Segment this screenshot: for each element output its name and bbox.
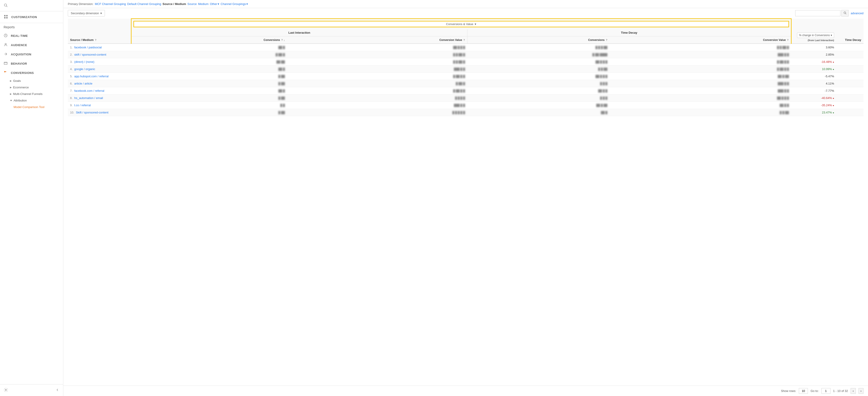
dim-mcf-channel-grouping[interactable]: MCF Channel Grouping [95, 2, 126, 6]
source-link[interactable]: (direct) / (none) [74, 60, 94, 63]
person-icon [4, 43, 8, 48]
svg-rect-9 [4, 62, 7, 65]
dim-default-channel-grouping[interactable]: Default Channel Grouping [127, 2, 161, 6]
secondary-dimension-button[interactable]: Secondary dimension ▾ [68, 10, 105, 17]
th-last-conv-value: Conversion Value ? [287, 36, 467, 44]
dim-channel-groupings-label[interactable]: Channel Groupings [221, 2, 246, 6]
sidebar-item-conversions[interactable]: CONVERSIONS [0, 68, 63, 78]
cell-td-val: ██ █ ██ [610, 73, 791, 80]
cell-source: 1. facebook / paidsocial [68, 43, 131, 51]
dim-other-dropdown[interactable]: Other ▾ [210, 2, 219, 6]
source-link[interactable]: google / organic [74, 67, 95, 71]
th-time-decay-right: Time Decay [836, 19, 864, 44]
cell-last-val: █ ██ █ █ [287, 87, 467, 94]
gear-icon[interactable] [4, 388, 8, 393]
svg-rect-3 [6, 15, 8, 17]
cell-last-val: █ █ █ █ █ [287, 109, 467, 116]
question-mark-icon-2: ? [281, 39, 283, 41]
acquisition-icon [4, 52, 8, 57]
cell-td-val: █ ██ █ █ [610, 65, 791, 73]
chevron-down-icon-5: ▾ [831, 34, 832, 37]
cell-td-val: ██ █ █ █ [610, 94, 791, 102]
cell-last-val: █ ██ █ █ [287, 73, 467, 80]
cell-td-conv: █ █ █ [467, 94, 610, 102]
search-input[interactable] [10, 4, 59, 7]
go-to-label: Go to: [811, 389, 818, 393]
table-row: 5. app.hubspot.com / referral █ ██ █ ██ … [68, 73, 864, 80]
controls-row: Secondary dimension ▾ advanced [63, 8, 868, 18]
cell-td-right [836, 73, 864, 80]
go-to-input[interactable] [822, 388, 831, 394]
source-link[interactable]: Skift / sponsored-content [76, 111, 108, 114]
source-link[interactable]: app.hubspot.com / referral [74, 74, 108, 78]
dim-medium[interactable]: Medium [198, 2, 209, 6]
cell-source: 8. hs_automation / email [68, 94, 131, 102]
source-link[interactable]: hs_automation / email [74, 96, 103, 100]
cell-change: 3.60% [791, 43, 836, 51]
sidebar-item-goals[interactable]: ▶ Goals [0, 78, 63, 84]
cell-last-conv: ██ █ [131, 43, 287, 51]
collapse-icon[interactable] [55, 388, 59, 393]
cell-td-right [836, 65, 864, 73]
cell-change: -5.47% [791, 73, 836, 80]
source-link[interactable]: skift / sponsored-content [74, 53, 106, 56]
secondary-dim-label: Secondary dimension [71, 11, 99, 15]
cell-last-conv: ██ █ [131, 87, 287, 94]
cell-td-conv: ██ █ █ █ [467, 73, 610, 80]
conv-value-dropdown[interactable]: Conversions & Value ▾ [133, 21, 789, 27]
advanced-link[interactable]: advanced [851, 11, 864, 15]
attribution-label: Attribution [13, 99, 27, 102]
sidebar-item-realtime[interactable]: REAL-TIME [0, 31, 63, 40]
sidebar-footer [0, 384, 63, 396]
cell-td-val: █ █ ██ [610, 109, 791, 116]
sidebar-item-model-comparison[interactable]: Model Comparison Tool [0, 104, 63, 110]
cell-source: 3. (direct) / (none) [68, 58, 131, 65]
source-link[interactable]: facebook / paidsocial [74, 45, 101, 49]
cell-td-conv: █ ██ ████ [467, 51, 610, 58]
cell-last-conv: █ █ [131, 102, 287, 109]
th-change-conversions: % change in Conversions ▾ (from Last Int… [791, 19, 836, 44]
multi-channel-label: Multi-Channel Funnels [13, 92, 42, 96]
cell-td-val: ██ █ █ [610, 102, 791, 109]
cell-td-val: ███ █ █ [610, 51, 791, 58]
svg-rect-2 [4, 15, 6, 17]
sidebar-item-multi-channel[interactable]: ▶ Multi-Channel Funnels [0, 91, 63, 97]
show-rows-input[interactable] [799, 388, 808, 394]
cell-source: 5. app.hubspot.com / referral [68, 73, 131, 80]
svg-line-13 [845, 13, 846, 14]
dim-source-medium[interactable]: Source / Medium [162, 2, 186, 6]
table-search-button[interactable] [841, 10, 848, 17]
next-page-button[interactable]: › [859, 388, 864, 394]
svg-point-12 [844, 12, 846, 13]
cell-change: 2.85% [791, 51, 836, 58]
sidebar-item-acquisition[interactable]: ACQUISITION [0, 50, 63, 59]
cell-change: 10.99% ● [791, 65, 836, 73]
sidebar-item-audience[interactable]: AUDIENCE [0, 40, 63, 50]
cell-td-val: ███ █ █ [610, 80, 791, 87]
sidebar-item-attribution[interactable]: ▼ Attribution [0, 97, 63, 104]
dim-source[interactable]: Source [187, 2, 197, 6]
sidebar-item-behavior[interactable]: BEHAVIOR [0, 59, 63, 68]
cell-td-right [836, 80, 864, 87]
cell-last-conv: █ ██ [131, 80, 287, 87]
source-link[interactable]: t.co / referral [74, 103, 91, 107]
prev-page-button[interactable]: ‹ [850, 388, 856, 394]
customization-section[interactable]: CUSTOMIZATION [0, 11, 63, 23]
change-dropdown[interactable]: % change in Conversions ▾ [797, 33, 834, 38]
cell-change: -7.77% [791, 87, 836, 94]
cell-last-val: █ █ ██ █ [287, 51, 467, 58]
source-link[interactable]: facebook.com / referral [74, 89, 104, 92]
sort-arrow-icon[interactable]: ↓ [284, 39, 285, 41]
cell-td-conv: █ █ █ ██ [467, 43, 610, 51]
cell-change: 4.11% [791, 80, 836, 87]
cell-td-val: █ █ ██ █ [610, 43, 791, 51]
triangle-icon: ▶ [10, 80, 12, 82]
cell-change: 23.47% ● [791, 109, 836, 116]
source-link[interactable]: article / article [74, 82, 92, 85]
table-search-input[interactable] [795, 10, 840, 16]
dim-channel-groupings-dropdown[interactable]: Channel Groupings ▾ [221, 2, 248, 6]
sidebar-item-ecommerce[interactable]: ▶ Ecommerce [0, 84, 63, 91]
dim-other-label[interactable]: Other [210, 2, 217, 6]
cell-td-right [836, 43, 864, 51]
cell-last-val: ███ █ █ [287, 102, 467, 109]
